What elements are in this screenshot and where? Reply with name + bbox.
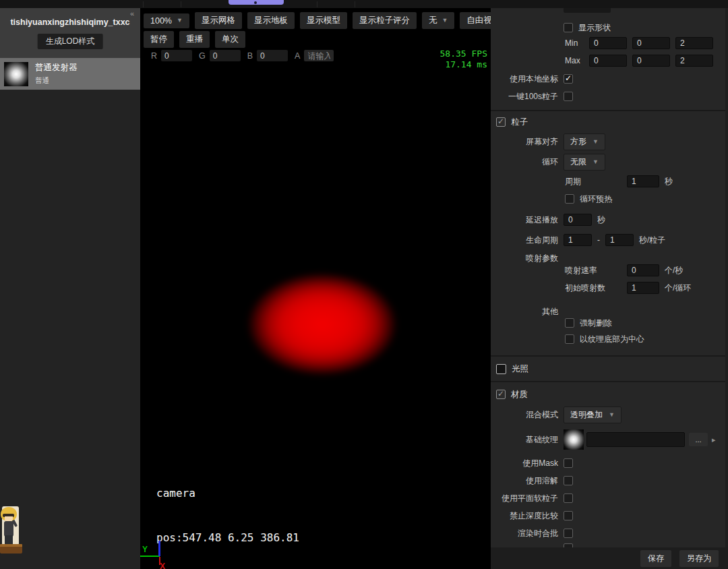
emission-rate-label: 喷射速率 xyxy=(565,265,621,276)
loop-row: 循环 无限▼ xyxy=(491,154,605,169)
min-z-input[interactable] xyxy=(675,37,713,49)
emitter-type: 普通 xyxy=(35,76,78,86)
screen-align-dropdown[interactable]: 方形▼ xyxy=(564,133,605,150)
particle-preview-blob xyxy=(247,272,398,376)
mascot-body xyxy=(4,521,13,537)
loop-preheat-checkbox[interactable] xyxy=(565,194,574,204)
lifetime-row: 生命周期 - 秒/粒子 xyxy=(491,234,665,246)
min-x-input[interactable] xyxy=(589,37,627,49)
emission-rate-unit: 个/秒 xyxy=(665,265,683,276)
emitter-list-item[interactable]: 普通发射器 普通 xyxy=(0,58,140,90)
lighting-section-header: 光照 xyxy=(496,363,528,375)
use-mask-checkbox[interactable] xyxy=(564,458,573,468)
camera-info-overlay: camera pos:547.48 6.25 386.81 rot:-32.06… xyxy=(156,456,344,569)
lighting-section-label: 光照 xyxy=(512,363,528,375)
min-row: Min xyxy=(565,36,713,51)
texture-expand-icon[interactable]: ▸ xyxy=(712,436,716,444)
use-flat-soft-particle-checkbox[interactable] xyxy=(564,493,573,503)
collapse-sidebar-icon[interactable]: « xyxy=(130,9,133,18)
show-grid-button[interactable]: 显示网格 xyxy=(195,12,242,29)
none-dropdown[interactable]: 无▼ xyxy=(422,12,454,29)
base-texture-path-field[interactable] xyxy=(586,432,685,447)
effect-title: tishiyuanxingzhishiqimy_txxc xyxy=(0,18,140,27)
initial-burst-input[interactable] xyxy=(627,282,659,294)
screen-align-label: 屏幕对齐 xyxy=(491,136,558,148)
disable-depth-compare-checkbox[interactable] xyxy=(564,511,573,520)
force-delete-checkbox[interactable] xyxy=(565,318,574,328)
blend-mode-dropdown[interactable]: 透明叠加▼ xyxy=(564,407,621,423)
period-unit: 秒 xyxy=(665,176,673,187)
panel-scrollbar[interactable] xyxy=(725,8,728,569)
loop-dropdown[interactable]: 无限▼ xyxy=(564,154,605,171)
chevron-down-icon: ▼ xyxy=(442,18,448,24)
lifetime-max-input[interactable] xyxy=(605,234,634,246)
min-y-input[interactable] xyxy=(632,37,670,49)
separator xyxy=(491,110,728,111)
particle-editor-window: « tishiyuanxingzhishiqimy_txxc 生成LOD样式 普… xyxy=(0,0,728,569)
material-section-checkbox[interactable] xyxy=(496,390,506,399)
browse-texture-button[interactable]: ... xyxy=(689,433,708,446)
save-as-button[interactable]: 另存为 xyxy=(679,550,719,567)
force-delete-row: 强制删除 xyxy=(565,317,612,329)
tab-divider xyxy=(317,1,317,7)
emission-rate-input[interactable] xyxy=(627,264,659,276)
b-label: B xyxy=(247,51,253,61)
show-shape-checkbox[interactable] xyxy=(564,23,573,32)
show-model-button[interactable]: 显示模型 xyxy=(300,12,347,29)
loop-value: 无限 xyxy=(570,156,586,168)
preview-viewport[interactable]: 100%▼ 显示网格 显示地板 显示模型 显示粒子评分 无▼ 自由视角▼ 暂停 … xyxy=(140,8,489,569)
period-input[interactable] xyxy=(627,175,659,187)
tab-divider xyxy=(143,1,144,7)
one-key-100s-row: 一键100s粒子 xyxy=(491,90,573,102)
lifetime-min-input[interactable] xyxy=(564,234,592,246)
particle-section-checkbox[interactable] xyxy=(496,117,506,127)
one-key-100s-checkbox[interactable] xyxy=(564,92,573,101)
use-local-coords-label: 使用本地坐标 xyxy=(491,73,558,85)
lighting-section-checkbox[interactable] xyxy=(496,364,506,374)
delay-row: 延迟播放 秒 xyxy=(491,214,605,226)
show-particle-score-button[interactable]: 显示粒子评分 xyxy=(353,12,417,29)
batch-on-render-row: 渲染时合批 xyxy=(491,527,573,539)
initial-burst-label: 初始喷射数 xyxy=(565,282,621,294)
camera-line: camera xyxy=(156,486,344,501)
use-dissolve-checkbox[interactable] xyxy=(564,476,573,485)
generate-lod-button[interactable]: 生成LOD样式 xyxy=(38,34,103,49)
texture-bottom-center-checkbox[interactable] xyxy=(565,334,574,344)
max-y-input[interactable] xyxy=(632,55,670,67)
replay-button[interactable]: 重播 xyxy=(179,31,210,48)
g-input[interactable] xyxy=(210,50,241,61)
zoom-dropdown[interactable]: 100%▼ xyxy=(144,13,189,28)
a-input[interactable] xyxy=(304,50,334,61)
others-row: 其他 xyxy=(491,305,564,318)
delay-input[interactable] xyxy=(564,214,592,226)
pause-button[interactable]: 暂停 xyxy=(144,31,174,48)
show-shape-label: 显示形状 xyxy=(578,22,611,34)
initial-burst-unit: 个/循环 xyxy=(665,282,691,294)
viewport-toolbar-row1: 100%▼ 显示网格 显示地板 显示模型 显示粒子评分 无▼ 自由视角▼ xyxy=(144,12,518,29)
max-x-input[interactable] xyxy=(589,55,627,67)
axis-y-icon xyxy=(140,556,160,557)
batch-on-render-checkbox[interactable] xyxy=(564,529,573,538)
mascot-face xyxy=(5,516,13,521)
save-button[interactable]: 保存 xyxy=(640,550,671,567)
r-label: R xyxy=(151,51,157,61)
r-input[interactable] xyxy=(161,50,192,61)
show-shape-row: 显示形状 xyxy=(564,22,611,34)
max-z-input[interactable] xyxy=(675,55,713,67)
show-floor-button[interactable]: 显示地板 xyxy=(247,12,295,29)
period-label: 周期 xyxy=(565,176,621,187)
play-once-button[interactable]: 单次 xyxy=(215,31,245,48)
batch-on-render-label: 渲染时合批 xyxy=(491,528,558,539)
mascot-legs xyxy=(5,535,13,545)
sidebar-header: « tishiyuanxingzhishiqimy_txxc 生成LOD样式 xyxy=(0,8,140,58)
use-dissolve-label: 使用溶解 xyxy=(491,475,558,487)
particle-section-label: 粒子 xyxy=(511,117,528,128)
tab-divider xyxy=(181,1,181,7)
active-tab-indicator[interactable] xyxy=(229,0,284,5)
b-input[interactable] xyxy=(257,50,288,61)
base-texture-thumbnail[interactable] xyxy=(564,429,584,450)
g-label: G xyxy=(199,51,206,61)
lifetime-unit: 秒/粒子 xyxy=(639,235,665,246)
use-local-coords-checkbox[interactable] xyxy=(564,74,573,84)
chevron-down-icon: ▼ xyxy=(593,159,599,165)
